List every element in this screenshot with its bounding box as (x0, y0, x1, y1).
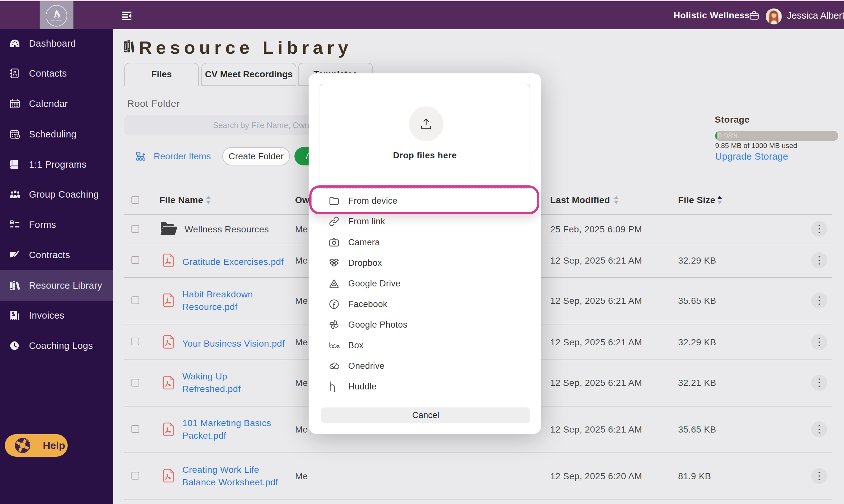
svg-text:Jessica Albert: Jessica Albert (51, 19, 63, 21)
